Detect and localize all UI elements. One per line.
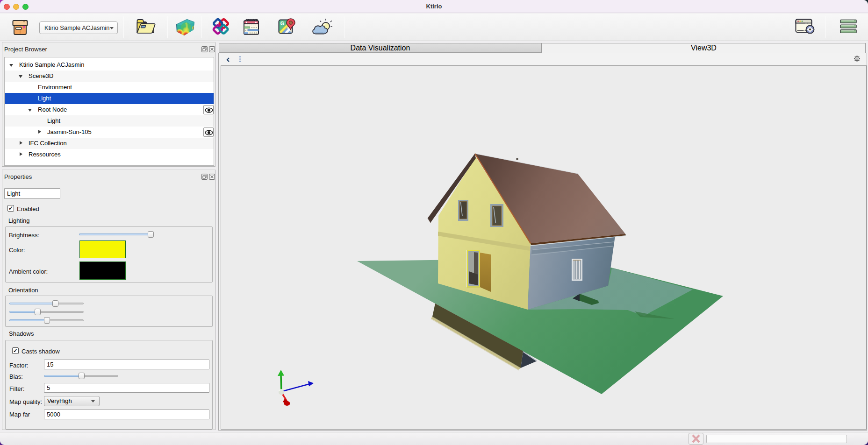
svg-text:G: G [280, 21, 285, 26]
